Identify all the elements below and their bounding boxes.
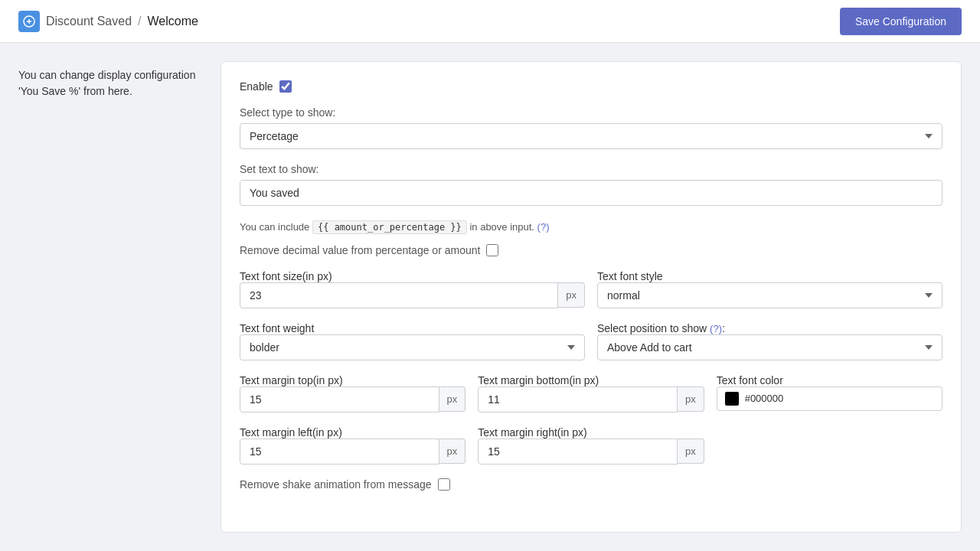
- font-color-label: Text font color: [717, 374, 783, 386]
- font-weight-group: Text font weight normal bold bolder ligh…: [240, 322, 585, 360]
- font-size-input[interactable]: [240, 282, 558, 308]
- breadcrumb: Discount Saved / Welcome: [46, 15, 198, 28]
- remove-shake-checkbox[interactable]: [438, 478, 450, 491]
- select-type-dropdown[interactable]: Percetage Amount Both: [240, 123, 942, 149]
- remove-decimal-label: Remove decimal value from percentage or …: [240, 244, 480, 256]
- remove-decimal-row: Remove decimal value from percentage or …: [240, 244, 942, 256]
- font-color-input-row[interactable]: #000000: [717, 386, 942, 411]
- top-bar: Discount Saved / Welcome Save Configurat…: [0, 0, 980, 43]
- app-icon: [18, 11, 40, 32]
- margin-right-spacer: [717, 426, 942, 465]
- set-text-input[interactable]: [240, 180, 942, 206]
- breadcrumb-parent: Discount Saved: [46, 15, 132, 28]
- enable-row: Enable: [240, 80, 942, 93]
- select-type-row: Select type to show: Percetage Amount Bo…: [240, 106, 942, 149]
- hint-text-prefix: You can include: [240, 221, 309, 233]
- font-color-swatch: [725, 392, 739, 406]
- main-content: You can change display configuration 'Yo…: [0, 43, 980, 551]
- save-configuration-button[interactable]: Save Configuration: [840, 8, 962, 35]
- position-help-link[interactable]: (?): [710, 323, 722, 334]
- sidebar-description: You can change display configuration 'Yo…: [18, 61, 202, 533]
- hint-help-link[interactable]: (?): [537, 221, 550, 233]
- margin-top-input[interactable]: [240, 386, 439, 412]
- font-size-input-unit: px: [240, 282, 585, 308]
- margin-bottom-group: Text margin bottom(in px) px: [478, 374, 704, 412]
- margin-left-group: Text margin left(in px) px: [240, 426, 466, 465]
- breadcrumb-separator: /: [138, 15, 141, 28]
- font-size-unit: px: [558, 282, 585, 308]
- font-style-label: Text font style: [597, 270, 663, 282]
- margin-top-label: Text margin top(in px): [240, 374, 343, 386]
- remove-shake-label: Remove shake animation from message: [240, 478, 432, 491]
- config-panel: Enable Select type to show: Percetage Am…: [220, 61, 962, 533]
- breadcrumb-current: Welcome: [148, 15, 198, 28]
- remove-shake-row: Remove shake animation from message: [240, 478, 942, 491]
- margin-top-input-unit: px: [240, 386, 466, 412]
- font-color-group: Text font color #000000: [717, 374, 942, 412]
- position-label: Select position to show (?):: [597, 322, 725, 334]
- sidebar-description-text: You can change display configuration 'Yo…: [18, 67, 202, 99]
- select-type-label: Select type to show:: [240, 106, 942, 119]
- font-size-label: Text font size(in px): [240, 270, 332, 282]
- position-dropdown[interactable]: Above Add to cart Below Add to cart Afte…: [597, 334, 942, 360]
- hint-code: {{ amount_or_percentage }}: [312, 220, 467, 234]
- margin-bottom-label: Text margin bottom(in px): [478, 374, 599, 386]
- margin-right-unit: px: [678, 439, 704, 464]
- position-label-text: Select position to show: [597, 322, 710, 334]
- set-text-label: Set text to show:: [240, 163, 942, 175]
- margin-right-label: Text margin right(in px): [478, 426, 586, 439]
- hint-text-suffix: in above input.: [469, 221, 537, 233]
- margin-left-right-row: Text margin left(in px) px Text margin r…: [240, 426, 942, 465]
- font-style-group: Text font style normal italic oblique: [597, 270, 942, 308]
- font-weight-position-row: Text font weight normal bold bolder ligh…: [240, 322, 942, 360]
- font-weight-label: Text font weight: [240, 322, 314, 334]
- set-text-row: Set text to show:: [240, 163, 942, 206]
- margin-bottom-input-unit: px: [478, 386, 704, 412]
- hint-row: You can include {{ amount_or_percentage …: [240, 220, 942, 235]
- margin-left-input[interactable]: [240, 439, 439, 465]
- margin-right-input[interactable]: [478, 439, 678, 465]
- breadcrumb-container: Discount Saved / Welcome: [18, 11, 198, 32]
- margin-right-group: Text margin right(in px) px: [478, 426, 704, 465]
- margin-left-unit: px: [439, 439, 466, 464]
- font-color-value: #000000: [745, 393, 784, 404]
- margin-right-input-unit: px: [478, 439, 704, 465]
- margin-left-label: Text margin left(in px): [240, 426, 342, 439]
- font-size-group: Text font size(in px) px: [240, 270, 585, 308]
- margin-top-bottom-color-row: Text margin top(in px) px Text margin bo…: [240, 374, 942, 412]
- margin-top-group: Text margin top(in px) px: [240, 374, 466, 412]
- margin-bottom-input[interactable]: [478, 386, 678, 412]
- font-size-style-row: Text font size(in px) px Text font style…: [240, 270, 942, 308]
- margin-bottom-unit: px: [678, 386, 704, 412]
- enable-checkbox[interactable]: [279, 80, 292, 93]
- remove-decimal-checkbox[interactable]: [486, 244, 498, 256]
- margin-top-unit: px: [439, 386, 466, 412]
- position-group: Select position to show (?): Above Add t…: [597, 322, 942, 360]
- font-style-dropdown[interactable]: normal italic oblique: [597, 282, 942, 308]
- margin-left-input-unit: px: [240, 439, 466, 465]
- enable-label: Enable: [240, 80, 273, 93]
- font-weight-dropdown[interactable]: normal bold bolder lighter: [240, 334, 585, 360]
